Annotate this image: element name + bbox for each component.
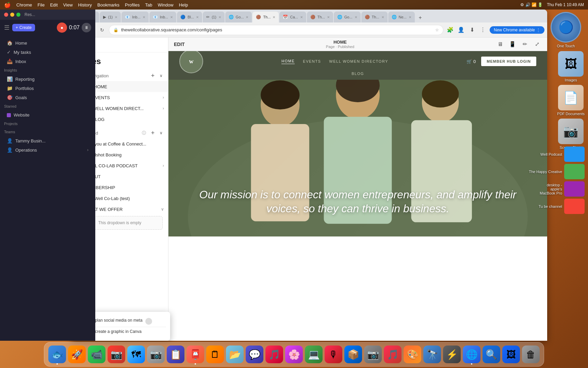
dock-launchpad[interactable]: 🚀 bbox=[68, 346, 86, 363]
dock-notes[interactable]: 🗒 bbox=[206, 346, 224, 363]
tab-close-3[interactable]: ✕ bbox=[143, 15, 145, 19]
nav-goals[interactable]: 🎯 Goals bbox=[1, 93, 94, 102]
site-nav-directory[interactable]: WELL WOMEN DIRECTORY bbox=[329, 59, 388, 63]
new-chrome-close-icon[interactable]: ⋮ bbox=[536, 28, 540, 32]
tab-thewellcoll[interactable]: 🟤 Th... ✕ bbox=[252, 12, 279, 22]
main-nav-collapse-button[interactable]: ∨ bbox=[160, 73, 163, 78]
maximize-button[interactable] bbox=[16, 13, 20, 17]
menu-bookmarks[interactable]: Bookmarks bbox=[97, 2, 119, 7]
tab-new[interactable]: 🌐 Ne... ✕ bbox=[388, 12, 415, 22]
desktop-item-pdf[interactable]: 📄 PDF Documents bbox=[557, 85, 585, 116]
recording-button[interactable]: ● bbox=[57, 22, 67, 33]
tab-well2[interactable]: 🟤 Th... ✕ bbox=[307, 12, 333, 22]
not-linked-add-button[interactable]: + bbox=[149, 129, 157, 137]
dock-camera[interactable]: 📷 bbox=[147, 346, 165, 363]
dock-finder2[interactable]: 🖼 bbox=[502, 346, 520, 363]
menu-help[interactable]: Help bbox=[179, 2, 188, 7]
refresh-button[interactable]: ↻ bbox=[97, 25, 107, 35]
dock-podcasts[interactable]: 🎙 bbox=[325, 346, 342, 363]
tab-close-4[interactable]: ✕ bbox=[170, 15, 173, 19]
dock-photoshop[interactable]: 🎨 bbox=[404, 346, 421, 363]
dock-lightroom[interactable]: 🔭 bbox=[423, 346, 441, 363]
tab-google1[interactable]: 🌐 Go... ✕ bbox=[225, 12, 252, 22]
nav-reporting[interactable]: 📊 Reporting bbox=[1, 75, 94, 83]
tab-close-13[interactable]: ✕ bbox=[409, 15, 411, 19]
menu-tab[interactable]: Tab bbox=[145, 2, 152, 7]
close-button[interactable] bbox=[4, 13, 8, 17]
tab-google2[interactable]: 🌐 Go... ✕ bbox=[334, 12, 361, 22]
extensions-icon[interactable]: 🧩 bbox=[445, 25, 455, 35]
dock-slack[interactable]: 💬 bbox=[246, 346, 263, 363]
desktop-view-icon[interactable]: 🖥 bbox=[495, 40, 505, 49]
info-icon[interactable]: ⓘ bbox=[142, 130, 146, 136]
dock-trash[interactable]: 🗑 bbox=[522, 346, 540, 363]
nav-tammy[interactable]: 👤 Tammy Busin... bbox=[1, 136, 94, 145]
site-blog-link[interactable]: BLOG bbox=[352, 72, 364, 76]
expand-icon[interactable]: ⤢ bbox=[532, 40, 542, 49]
apple-menu[interactable]: 🍎 bbox=[4, 2, 11, 8]
menu-chrome[interactable]: Chrome bbox=[16, 2, 32, 7]
profile-icon[interactable]: 👤 bbox=[456, 25, 466, 35]
tab-youtube[interactable]: ▶ (1) ✕ bbox=[100, 12, 121, 22]
tab-calendar[interactable]: 📅 Ca... ✕ bbox=[279, 12, 306, 22]
nav-portfolios[interactable]: 📁 Portfolios bbox=[1, 84, 94, 93]
dock-notchmeister[interactable]: 🌸 bbox=[285, 346, 303, 363]
site-login-button[interactable]: MEMBER HUB LOGIN bbox=[481, 57, 536, 66]
dock-mail[interactable]: 📮 bbox=[186, 346, 204, 363]
nav-inbox[interactable]: 📥 Inbox bbox=[1, 57, 94, 66]
dock-music[interactable]: 🎵 bbox=[265, 346, 283, 363]
tab-close-9[interactable]: ✕ bbox=[300, 15, 303, 19]
tab-close-10[interactable]: ✕ bbox=[327, 15, 330, 19]
nav-my-tasks[interactable]: ✓ My tasks bbox=[1, 48, 94, 57]
tab-inbox1[interactable]: 📧 Inb... ✕ bbox=[121, 12, 148, 22]
tab-close-5[interactable]: ✕ bbox=[196, 15, 199, 19]
dock-facetime[interactable]: 📹 bbox=[88, 346, 105, 363]
menu-window[interactable]: Window bbox=[158, 2, 173, 7]
new-tab-button[interactable]: + bbox=[415, 13, 425, 22]
nav-operations[interactable]: 👤 Operations › bbox=[1, 145, 94, 154]
one-touch-circle[interactable]: 🔵 bbox=[551, 12, 581, 43]
desktop-item-screenshots[interactable]: 📷 Screen Shots bbox=[558, 119, 584, 150]
menu-edit[interactable]: Edit bbox=[50, 2, 58, 7]
main-nav-add-button[interactable]: + bbox=[149, 72, 157, 80]
site-nav-home[interactable]: HOME bbox=[281, 59, 295, 64]
address-bar[interactable]: 🔒 thewellcollaborative.squarespace.com/c… bbox=[109, 25, 443, 35]
happy-creative-item[interactable]: The Happy Creative bbox=[529, 164, 585, 179]
dock-chrome[interactable]: 🌐 bbox=[463, 346, 480, 363]
menu-view[interactable]: View bbox=[63, 2, 73, 7]
site-cart[interactable]: 🛒 0 bbox=[467, 59, 476, 64]
bookmark-icon[interactable]: ☆ bbox=[435, 28, 439, 32]
new-chrome-button[interactable]: New Chrome available ⋮ bbox=[490, 26, 544, 34]
dock-appstore[interactable]: 📦 bbox=[344, 346, 362, 363]
tab-edit[interactable]: ✏ (1) ✕ bbox=[203, 12, 224, 22]
menu-profiles[interactable]: Profiles bbox=[125, 2, 140, 7]
nav-website[interactable]: Website bbox=[1, 111, 94, 119]
dock-finder[interactable]: 🐟 bbox=[48, 346, 66, 363]
create-button[interactable]: + Create bbox=[12, 24, 35, 31]
tab-close-6[interactable]: ✕ bbox=[218, 15, 221, 19]
nav-home[interactable]: 🏠 Home bbox=[1, 39, 94, 47]
not-linked-collapse-button[interactable]: ∨ bbox=[160, 131, 163, 135]
pencil-view-icon[interactable]: ✏ bbox=[520, 40, 529, 49]
dock-terminal[interactable]: ⚡ bbox=[443, 346, 461, 363]
desktop-item-images[interactable]: 🖼 Images bbox=[558, 51, 584, 82]
dock-preview[interactable]: 📷 bbox=[364, 346, 382, 363]
tab-blue[interactable]: 🔵 Bl... ✕ bbox=[177, 12, 202, 22]
tab-close-12[interactable]: ✕ bbox=[381, 15, 384, 19]
dock-files[interactable]: 📂 bbox=[226, 346, 244, 363]
desktop-macbook-item[interactable]: desktop - apple's MacBook Pro bbox=[535, 181, 585, 197]
dock-spotify[interactable]: 🎵 bbox=[384, 346, 402, 363]
tab-inbox2[interactable]: 📧 Inb... ✕ bbox=[149, 12, 176, 22]
tab-well3[interactable]: 🟤 Th... ✕ bbox=[361, 12, 388, 22]
download-icon[interactable]: ⬇ bbox=[467, 25, 477, 35]
dock-zoom[interactable]: 🔍 bbox=[483, 346, 500, 363]
dock-photos[interactable]: 📷 bbox=[108, 346, 125, 363]
site-nav-events[interactable]: EVENTS bbox=[303, 59, 321, 63]
dock-asana[interactable]: 💻 bbox=[305, 346, 323, 363]
tab-close-8[interactable]: ✕ bbox=[273, 15, 275, 19]
mobile-view-icon[interactable]: 📱 bbox=[508, 40, 517, 49]
edit-button[interactable]: EDIT bbox=[174, 42, 185, 47]
youtube-channel-item[interactable]: Tu be channel bbox=[539, 199, 585, 214]
minimize-button[interactable] bbox=[10, 13, 14, 17]
dock-maps[interactable]: 🗺 bbox=[127, 346, 145, 363]
